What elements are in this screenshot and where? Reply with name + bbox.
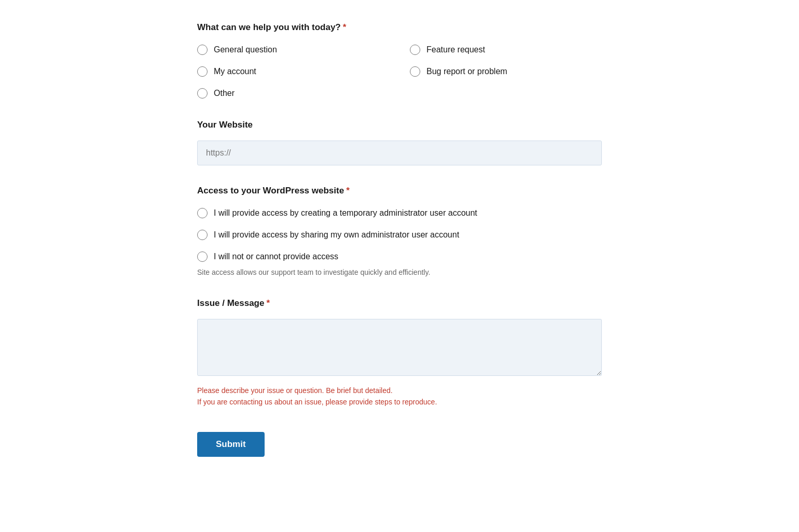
wp-access-section: Access to your WordPress website* I will… [197, 184, 602, 278]
radio-myaccount[interactable] [197, 66, 208, 77]
radio-option-feature[interactable]: Feature request [410, 44, 602, 56]
message-hint-line1: Please describe your issue or question. … [197, 386, 393, 395]
message-hint: Please describe your issue or question. … [197, 385, 602, 408]
website-label: Your Website [197, 118, 602, 132]
radio-myaccount-label[interactable]: My account [214, 65, 256, 78]
help-topic-left-col: General question My account Other [197, 44, 389, 100]
radio-wp-temp-label[interactable]: I will provide access by creating a temp… [214, 207, 477, 219]
help-topic-section: What can we help you with today?* Genera… [197, 21, 602, 100]
website-label-text: Your Website [197, 120, 253, 130]
radio-bugreport-label[interactable]: Bug report or problem [426, 65, 507, 78]
message-hint-line2: If you are contacting us about an issue,… [197, 398, 437, 406]
radio-wp-share[interactable] [197, 230, 208, 240]
help-topic-label: What can we help you with today?* [197, 21, 602, 34]
radio-wp-none-label[interactable]: I will not or cannot provide access [214, 250, 338, 263]
radio-option-other[interactable]: Other [197, 87, 389, 100]
radio-feature[interactable] [410, 45, 420, 55]
radio-option-wp-share[interactable]: I will provide access by sharing my own … [197, 229, 602, 241]
radio-general-label[interactable]: General question [214, 44, 277, 56]
radio-option-myaccount[interactable]: My account [197, 65, 389, 78]
wp-access-hint: Site access allows our support team to i… [197, 267, 602, 278]
message-label: Issue / Message* [197, 297, 602, 310]
required-star-help: * [343, 22, 347, 32]
submit-button[interactable]: Submit [197, 432, 265, 457]
message-textarea[interactable] [197, 319, 602, 376]
required-star-message: * [266, 298, 270, 308]
help-topic-text: What can we help you with today? [197, 22, 341, 32]
wp-access-label-text: Access to your WordPress website [197, 186, 344, 195]
radio-option-general[interactable]: General question [197, 44, 389, 56]
help-topic-right-col: Feature request Bug report or problem [410, 44, 602, 100]
radio-wp-none[interactable] [197, 251, 208, 262]
radio-option-wp-none[interactable]: I will not or cannot provide access [197, 250, 602, 263]
message-section: Issue / Message* Please describe your is… [197, 297, 602, 408]
wp-access-radio-group: I will provide access by creating a temp… [197, 207, 602, 263]
wp-access-label: Access to your WordPress website* [197, 184, 602, 198]
radio-bugreport[interactable] [410, 66, 420, 77]
website-section: Your Website [197, 118, 602, 166]
radio-wp-share-label[interactable]: I will provide access by sharing my own … [214, 229, 459, 241]
radio-other[interactable] [197, 88, 208, 99]
radio-option-bugreport[interactable]: Bug report or problem [410, 65, 602, 78]
radio-general[interactable] [197, 45, 208, 55]
radio-other-label[interactable]: Other [214, 87, 235, 100]
website-input[interactable] [197, 141, 602, 165]
message-label-text: Issue / Message [197, 298, 264, 308]
radio-option-wp-temp[interactable]: I will provide access by creating a temp… [197, 207, 602, 219]
help-topic-radio-group: General question My account Other Featur… [197, 44, 602, 100]
radio-wp-temp[interactable] [197, 208, 208, 218]
radio-feature-label[interactable]: Feature request [426, 44, 485, 56]
required-star-wp: * [346, 186, 350, 195]
